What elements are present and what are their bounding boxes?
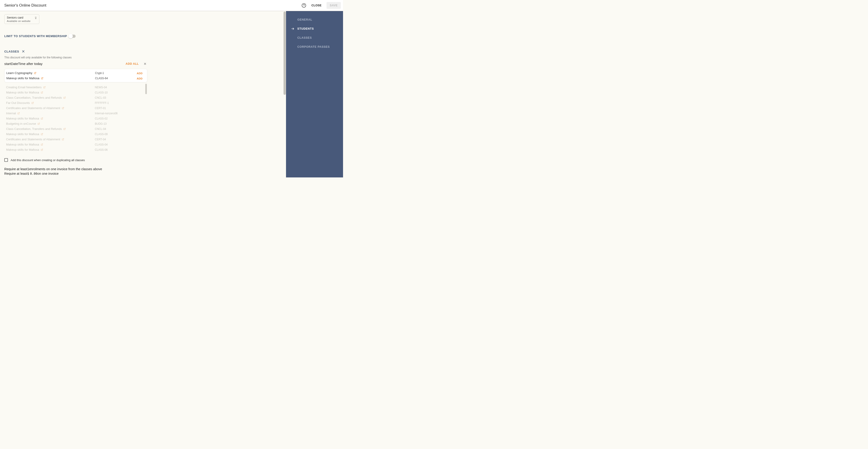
sidebar-item-label: CLASSES	[297, 36, 312, 39]
suggestion-row[interactable]: Makeup skills for Mafiosa CLASS-64 ADD	[4, 76, 147, 81]
open-link-icon[interactable]	[17, 112, 20, 115]
page-title: Senior's Online Discount	[4, 3, 46, 8]
membership-toggle[interactable]	[69, 35, 75, 38]
class-name-text: Makeup skills for Mafiosa	[6, 117, 39, 120]
concession-card-chip[interactable]: Seniors card Available on website	[4, 14, 39, 24]
open-link-icon[interactable]	[62, 138, 64, 141]
class-name: Makeup skills for Mafiosa	[6, 132, 95, 136]
class-name: Far Out Discounts	[6, 101, 95, 104]
class-search-input[interactable]: startDateTime after today ADD ALL	[4, 62, 147, 66]
open-link-icon[interactable]	[43, 86, 46, 89]
class-code: CERT-01	[95, 107, 129, 110]
list-item[interactable]: Certificates and Statements of Attainmen…	[6, 106, 147, 111]
open-link-icon[interactable]	[62, 107, 64, 110]
class-code: CLASS-10	[95, 91, 129, 94]
class-code: CERT-04	[95, 138, 129, 141]
open-link-icon[interactable]	[40, 91, 43, 94]
list-item[interactable]: Makeup skills for MafiosaCLASS-10	[6, 90, 147, 95]
clear-search-icon[interactable]	[143, 62, 147, 66]
add-all-button[interactable]: ADD ALL	[126, 62, 139, 65]
close-button[interactable]: CLOSE	[310, 2, 323, 8]
class-name-text: Budgeting in onCourse	[6, 122, 36, 125]
main-scrollbar-track[interactable]	[283, 11, 286, 177]
open-link-icon[interactable]	[37, 122, 40, 125]
class-name: Budgeting in onCourse	[6, 122, 95, 125]
class-name: Makeup skills for Mafiosa	[6, 143, 95, 146]
list-item[interactable]: Creating Email NewslettersNEWS-04	[6, 85, 147, 90]
list-item[interactable]: Certificates and Statements of Attainmen…	[6, 137, 147, 142]
open-link-icon[interactable]	[41, 77, 43, 80]
class-name: Makeup skills for Mafiosa	[6, 117, 95, 120]
arrow-right-icon	[291, 27, 294, 31]
class-code: CLASS-04	[95, 143, 129, 146]
list-item[interactable]: Makeup skills for MafiosaCLASS-06	[6, 147, 147, 152]
sidebar-item-students[interactable]: STUDENTS	[286, 24, 343, 33]
class-code: Internal-nonzero06	[95, 112, 129, 115]
classes-section-header: CLASSES	[4, 50, 282, 53]
suggestion-row[interactable]: Learn Cryptography Crypt-1 ADD	[4, 70, 147, 76]
open-link-icon[interactable]	[40, 148, 43, 151]
trash-icon[interactable]	[34, 16, 37, 20]
req2-suffix: on one invoice	[37, 172, 59, 175]
class-name-text: Far Out Discounts	[6, 101, 30, 104]
list-item[interactable]: Far Out DiscountsFFFFFFF-1	[6, 100, 147, 106]
class-name-text: Certificates and Statements of Attainmen…	[6, 138, 60, 141]
close-icon[interactable]	[22, 50, 25, 53]
open-link-icon[interactable]	[31, 101, 34, 104]
checkbox-label: Add this discount when creating or dupli…	[11, 158, 85, 162]
header-actions: CLOSE SAVE	[301, 2, 341, 9]
class-code: BUDG-13	[95, 122, 129, 125]
req2-currency: $	[27, 172, 29, 175]
help-icon[interactable]	[301, 3, 306, 8]
add-button[interactable]: ADD	[137, 77, 143, 80]
list-item[interactable]: Class Cancellation, Transfers and Refund…	[6, 95, 147, 100]
open-link-icon[interactable]	[34, 72, 36, 74]
class-name: Learn Cryptography	[6, 71, 95, 75]
list-item[interactable]: Class Cancellation, Transfers and Refund…	[6, 126, 147, 131]
req1-value[interactable]: 1	[27, 167, 29, 171]
list-item[interactable]: Budgeting in onCourseBUDG-13	[6, 121, 147, 126]
header: Senior's Online Discount CLOSE SAVE	[0, 0, 343, 11]
classes-heading: CLASSES	[4, 50, 19, 53]
classes-subtext: This discount will only available for th…	[4, 56, 282, 59]
list-item[interactable]: InternalInternal-nonzero06	[6, 111, 147, 116]
list-scrollbar[interactable]	[145, 84, 147, 94]
class-name-text: Creating Email Newsletters	[6, 86, 42, 89]
require-amount-line: Require at least$ 0.00on one invoice	[4, 172, 282, 175]
available-classes-list[interactable]: Creating Email NewslettersNEWS-04Makeup …	[4, 84, 147, 153]
list-item[interactable]: Makeup skills for MafiosaCLASS-09	[6, 131, 147, 137]
sidebar-item-corporate-passes[interactable]: CORPORATE PASSES	[286, 42, 343, 51]
sidebar-item-label: GENERAL	[297, 18, 312, 21]
class-name: Class Cancellation, Transfers and Refund…	[6, 96, 95, 99]
add-discount-checkbox[interactable]	[4, 158, 8, 162]
open-link-icon[interactable]	[40, 117, 43, 120]
class-search-row: startDateTime after today ADD ALL	[4, 62, 282, 66]
list-item[interactable]: Makeup skills for MafiosaCLASS-08	[6, 152, 147, 153]
class-code: Crypt-1	[95, 71, 129, 75]
class-name-text: Internal	[6, 112, 16, 115]
class-name-text: Certificates and Statements of Attainmen…	[6, 107, 60, 110]
sidebar-item-general[interactable]: GENERAL	[286, 15, 343, 24]
require-enrolments-line: Require at least1enrolments on one invoi…	[4, 167, 282, 171]
sidebar-item-classes[interactable]: CLASSES	[286, 33, 343, 42]
class-name: Internal	[6, 112, 95, 115]
open-link-icon[interactable]	[40, 133, 43, 136]
add-button[interactable]: ADD	[137, 72, 143, 75]
list-item[interactable]: Makeup skills for MafiosaCLASS-04	[6, 142, 147, 147]
class-name-text: Makeup skills for Mafiosa	[6, 77, 39, 80]
class-name: Makeup skills for Mafiosa	[6, 148, 95, 151]
open-link-icon[interactable]	[63, 96, 66, 99]
class-code: CLASS-09	[95, 132, 129, 136]
class-name-text: Learn Cryptography	[6, 71, 32, 75]
main-scrollbar-thumb[interactable]	[283, 11, 286, 95]
req2-amount[interactable]: 0.00	[30, 172, 37, 175]
class-name: Makeup skills for Mafiosa	[6, 77, 95, 80]
list-item[interactable]: Makeup skills for MafiosaCLASS-02	[6, 116, 147, 121]
class-name-text: Class Cancellation, Transfers and Refund…	[6, 96, 62, 99]
main-content[interactable]: Seniors card Available on website LIMIT …	[0, 11, 286, 177]
open-link-icon[interactable]	[63, 128, 66, 130]
save-button[interactable]: SAVE	[327, 2, 341, 9]
sidebar-item-label: CORPORATE PASSES	[297, 45, 330, 49]
open-link-icon[interactable]	[40, 143, 43, 146]
add-discount-checkbox-row: Add this discount when creating or dupli…	[4, 158, 282, 162]
